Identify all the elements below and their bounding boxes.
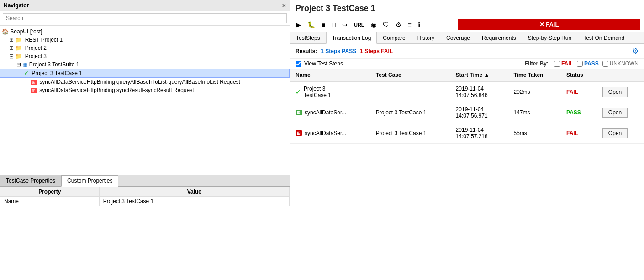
tab-step-by-step[interactable]: Step-by-Step Run: [522, 32, 577, 43]
red-grid-icon: ⊞: [31, 80, 37, 85]
name-cell-2: ⊞ syncAllDataSer...: [296, 109, 365, 116]
filter-fail-item: FAIL: [554, 60, 573, 67]
list-button[interactable]: ≡: [406, 20, 414, 30]
results-label: Results:: [296, 48, 317, 54]
page-title: Project 3 TestCase 1: [296, 4, 375, 13]
row1-timetaken: 202ms: [508, 81, 561, 102]
properties-table: Property Value Name Project 3 TestCase 1: [0, 187, 290, 206]
red-grid-icon: ⊞: [296, 130, 302, 136]
filter-fail-checkbox[interactable]: [554, 61, 560, 67]
tab-history-label: History: [417, 35, 434, 41]
tab-test-on-demand[interactable]: Test On Demand: [577, 32, 630, 43]
tree-item-request1[interactable]: ⊞ syncAllDataServiceHttpBinding queryAll…: [0, 78, 290, 86]
tab-coverage[interactable]: Coverage: [440, 32, 476, 43]
tree-label: Project 3: [25, 53, 47, 59]
filter-pass-checkbox[interactable]: [577, 61, 583, 67]
table-row: ⊞ syncAllDataSer... Project 3 TestCase 1…: [290, 123, 644, 144]
steps-fail-text: 1 Steps FAIL: [360, 48, 393, 54]
tree-item-project3[interactable]: ⊟ 📁 Project 3: [0, 52, 290, 60]
col-status: Status: [561, 69, 597, 81]
filter-unknown-checkbox[interactable]: [602, 61, 608, 67]
tab-compare[interactable]: Compare: [377, 32, 411, 43]
navigator-header: Navigator ×: [0, 0, 290, 11]
load-button[interactable]: ↪: [340, 20, 350, 30]
row1-open-cell: Open: [597, 81, 644, 102]
close-button[interactable]: ×: [282, 2, 286, 9]
check-green-icon: ✓: [296, 88, 301, 96]
row2-status: PASS: [561, 102, 597, 123]
bottom-tabs: TestCase Properties Custom Properties: [0, 175, 290, 187]
check-icon: ✓: [24, 70, 29, 76]
tree-label: SoapUI [rest]: [10, 28, 42, 35]
tree-item-testcase1[interactable]: ✓ Project 3 TestCase 1: [0, 69, 290, 78]
filter-pass-item: PASS: [577, 60, 599, 67]
shield-button[interactable]: 🛡: [380, 20, 391, 30]
tab-teststeps[interactable]: TestSteps: [290, 32, 326, 43]
tree-label: Project 2: [25, 45, 47, 51]
col-name: Name: [290, 69, 370, 81]
filter-bar: Filter By: FAIL PASS UNKNOWN: [525, 60, 639, 67]
settings-gear-icon[interactable]: ⚙: [632, 47, 639, 55]
tabs-bar: TestSteps Transaction Log Compare Histor…: [290, 32, 644, 44]
tree-item-request2[interactable]: ⊞ syncAllDataServiceHttpBinding syncResu…: [0, 86, 290, 94]
tab-history[interactable]: History: [412, 32, 440, 43]
tab-transaction-log-label: Transaction Log: [332, 35, 371, 41]
row1-name-cell: ✓ Project 3TestCase 1: [290, 81, 370, 102]
col-starttime: Start Time ▲: [450, 69, 508, 81]
row2-testcase: Project 3 TestCase 1: [370, 102, 450, 123]
tab-teststeps-label: TestSteps: [296, 35, 320, 41]
tab-requirements[interactable]: Requirements: [476, 32, 522, 43]
settings-button[interactable]: ⚙: [393, 20, 404, 30]
stop2-button[interactable]: □: [329, 20, 338, 30]
row3-starttime: 2019-11-0414:07:57.218: [450, 123, 508, 144]
grid-folder-icon: ▦: [22, 61, 27, 68]
row1-open-button[interactable]: Open: [602, 87, 628, 97]
stop-button[interactable]: ■: [319, 20, 327, 30]
tree-label: syncAllDataServiceHttpBinding queryAllBa…: [39, 79, 240, 85]
filter-by-label: Filter By:: [525, 60, 549, 67]
search-input[interactable]: [3, 13, 287, 23]
folder-icon: 📁: [15, 45, 22, 51]
tree-item-rest-project1[interactable]: ⊞ 📁 REST Project 1: [0, 36, 290, 44]
row3-status: FAIL: [561, 123, 597, 144]
expand-icon: ⊞: [9, 45, 14, 51]
view-steps-checkbox[interactable]: [296, 61, 301, 67]
view-steps-bar: View Test Steps Filter By: FAIL PASS UNK…: [290, 59, 644, 69]
tab-requirements-label: Requirements: [482, 35, 516, 41]
url-button[interactable]: URL: [352, 21, 367, 29]
navigator-title: Navigator: [4, 2, 29, 9]
tab-transaction-log[interactable]: Transaction Log: [326, 32, 377, 44]
target-button[interactable]: ◉: [369, 20, 379, 30]
home-icon: 🏠: [2, 28, 9, 35]
row2-starttime: 2019-11-0414:07:56.971: [450, 102, 508, 123]
info-button[interactable]: ℹ: [416, 20, 422, 30]
col-timetaken: Time Taken: [508, 69, 561, 81]
tree-label: Project 3 TestCase 1: [32, 70, 82, 76]
custom-props-label: Custom Properties: [67, 178, 112, 184]
property-value-cell: Project 3 TestCase 1: [99, 197, 289, 206]
tab-custom-properties[interactable]: Custom Properties: [61, 175, 118, 187]
row2-open-cell: Open: [597, 102, 644, 123]
row2-open-button[interactable]: Open: [602, 108, 628, 118]
steps-pass-text: 1 Steps PASS: [321, 48, 356, 54]
folder-icon: 📁: [15, 37, 22, 43]
left-panel: Navigator × 🏠 SoapUI [rest] ⊞ 📁 REST Pro…: [0, 0, 290, 280]
tree-item-soapui[interactable]: 🏠 SoapUI [rest]: [0, 27, 290, 36]
row3-testcase: Project 3 TestCase 1: [370, 123, 450, 144]
property-name-cell: Name: [0, 197, 100, 206]
tab-testcase-properties[interactable]: TestCase Properties: [0, 175, 61, 186]
debug-button[interactable]: 🐛: [305, 20, 317, 30]
view-steps-label: View Test Steps: [304, 60, 343, 67]
row3-open-button[interactable]: Open: [602, 128, 628, 138]
expand-icon: ⊞: [9, 37, 14, 43]
run-button[interactable]: ▶: [294, 20, 303, 30]
name-cell-1: ✓ Project 3TestCase 1: [296, 86, 365, 98]
right-panel: Project 3 TestCase 1 ▶ 🐛 ■ □ ↪ URL ◉ 🛡 ⚙…: [290, 0, 644, 280]
tree-item-testsuite1[interactable]: ⊟ ▦ Project 3 TestSuite 1: [0, 60, 290, 69]
property-row: Name Project 3 TestCase 1: [0, 197, 290, 206]
tree-label: syncAllDataServiceHttpBinding syncResult…: [39, 87, 194, 93]
filter-fail-label: FAIL: [561, 60, 573, 67]
expand-icon: ⊟: [16, 61, 21, 68]
filter-unknown-item: UNKNOWN: [602, 60, 639, 67]
tree-item-project2[interactable]: ⊞ 📁 Project 2: [0, 44, 290, 52]
